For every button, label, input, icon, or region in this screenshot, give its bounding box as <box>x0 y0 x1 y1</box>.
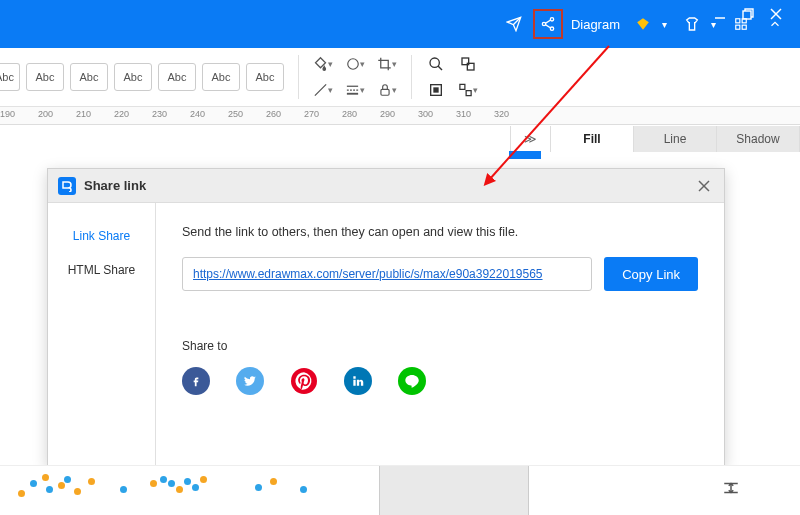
ruler-tick: 190 <box>0 109 15 119</box>
ruler-slider[interactable] <box>509 151 541 159</box>
dialog-title: Share link <box>84 178 694 193</box>
separator <box>411 55 412 99</box>
lock-icon[interactable]: ▾ <box>377 80 397 100</box>
share-icon[interactable] <box>533 9 563 39</box>
ruler-tick: 270 <box>304 109 319 119</box>
pinterest-icon[interactable] <box>290 367 318 395</box>
social-row <box>182 367 698 395</box>
minimize-icon[interactable] <box>714 6 728 20</box>
window-controls <box>714 2 794 515</box>
ruler-tick: 240 <box>190 109 205 119</box>
tool-icon-grid-2: ▾ <box>426 54 478 100</box>
style-swatches: Abc Abc Abc Abc Abc Abc Abc <box>0 63 284 91</box>
linkedin-icon[interactable] <box>344 367 372 395</box>
diamond-icon[interactable] <box>628 9 658 39</box>
sidebar-item-link-share[interactable]: Link Share <box>48 219 155 253</box>
twitter-icon[interactable] <box>236 367 264 395</box>
tool-icon-grid: ▾ ▾ ▾ ▾ ▾ ▾ <box>313 54 397 100</box>
ruler: 190 200 210 220 230 240 250 260 270 280 … <box>0 107 800 125</box>
svg-rect-20 <box>434 88 438 92</box>
ruler-tick: 300 <box>418 109 433 119</box>
close-icon[interactable] <box>770 6 784 20</box>
style-swatch[interactable]: Abc <box>70 63 108 91</box>
style-swatch[interactable]: Abc <box>246 63 284 91</box>
spacing-icon[interactable] <box>722 479 740 501</box>
share-instruction: Send the link to others, then they can o… <box>182 225 698 239</box>
style-swatch[interactable]: Abc <box>158 63 196 91</box>
svg-rect-21 <box>460 84 465 89</box>
share-dialog: Share link Link Share HTML Share Send th… <box>47 168 725 466</box>
style-swatch[interactable]: Abc <box>26 63 64 91</box>
dialog-main: Send the link to others, then they can o… <box>156 203 724 465</box>
style-swatch[interactable]: Abc <box>0 63 20 91</box>
line-icon[interactable] <box>398 367 426 395</box>
dialog-header: Share link <box>48 169 724 203</box>
shape-icon[interactable]: ▾ <box>345 54 365 74</box>
chevron-sm-icon[interactable]: ▾ <box>662 19 673 30</box>
svg-rect-22 <box>466 91 471 96</box>
share-to-label: Share to <box>182 339 698 353</box>
property-tabs: ≫ Fill Line Shadow <box>510 126 800 152</box>
tab-fill[interactable]: Fill <box>551 126 634 152</box>
app-logo-icon <box>58 177 76 195</box>
tab-line[interactable]: Line <box>634 126 717 152</box>
style-swatch[interactable]: Abc <box>202 63 240 91</box>
tab-expand[interactable]: ≫ <box>511 126 551 152</box>
toolbar: Abc Abc Abc Abc Abc Abc Abc ▾ ▾ ▾ ▾ ▾ ▾ … <box>0 48 800 107</box>
svg-point-25 <box>291 368 317 394</box>
fill-icon[interactable]: ▾ <box>313 54 333 74</box>
copy-link-button[interactable]: Copy Link <box>604 257 698 291</box>
maximize-icon[interactable] <box>742 6 756 20</box>
ruler-tick: 220 <box>114 109 129 119</box>
dialog-sidebar: Link Share HTML Share <box>48 203 156 465</box>
select-icon[interactable] <box>426 80 446 100</box>
share-link-input[interactable]: https://www.edrawmax.com/server/public/s… <box>182 257 592 291</box>
pen-icon[interactable]: ▾ <box>313 80 333 100</box>
send-icon[interactable] <box>499 9 529 39</box>
sidebar-item-html-share[interactable]: HTML Share <box>48 253 155 287</box>
svg-rect-8 <box>743 11 751 19</box>
tshirt-icon[interactable] <box>677 9 707 39</box>
ruler-tick: 210 <box>76 109 91 119</box>
titlebar: Diagram ▾ ▾ <box>0 0 800 48</box>
ruler-tick: 250 <box>228 109 243 119</box>
svg-point-16 <box>430 58 439 67</box>
dialog-close-icon[interactable] <box>694 176 714 196</box>
ruler-tick: 320 <box>494 109 509 119</box>
ruler-tick: 310 <box>456 109 471 119</box>
ruler-tick: 290 <box>380 109 395 119</box>
ungroup-icon[interactable]: ▾ <box>458 80 478 100</box>
crop-icon[interactable]: ▾ <box>377 54 397 74</box>
ruler-tick: 260 <box>266 109 281 119</box>
canvas-scatter-peek <box>0 465 800 515</box>
scrollbar-track[interactable] <box>379 466 529 515</box>
diagram-label[interactable]: Diagram <box>567 17 624 32</box>
ruler-tick: 230 <box>152 109 167 119</box>
svg-point-11 <box>347 59 358 70</box>
facebook-icon[interactable] <box>182 367 210 395</box>
search-icon[interactable] <box>426 54 446 74</box>
style-swatch[interactable]: Abc <box>114 63 152 91</box>
replace-icon[interactable] <box>458 54 478 74</box>
ruler-tick: 200 <box>38 109 53 119</box>
linestyle-icon[interactable]: ▾ <box>345 80 365 100</box>
svg-rect-15 <box>380 89 388 95</box>
ruler-tick: 280 <box>342 109 357 119</box>
separator <box>298 55 299 99</box>
tab-shadow[interactable]: Shadow <box>717 126 800 152</box>
